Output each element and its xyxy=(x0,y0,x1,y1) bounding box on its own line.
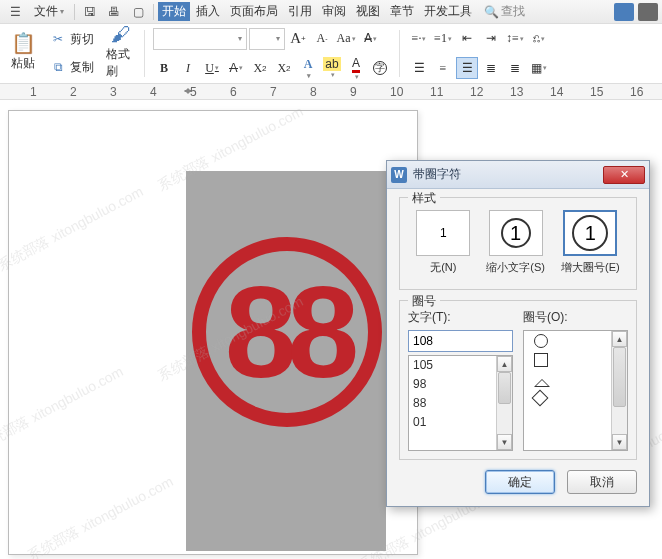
save-icon[interactable]: 🖫 xyxy=(79,2,101,22)
tab-start[interactable]: 开始 xyxy=(158,2,190,21)
right-addon-icons xyxy=(614,3,658,21)
ruler-tick: 1 xyxy=(30,85,37,99)
scroll-thumb[interactable] xyxy=(498,372,511,404)
superscript-button[interactable]: X2 xyxy=(249,57,271,79)
scroll-up-icon[interactable]: ▲ xyxy=(612,331,627,347)
bold-button[interactable]: B xyxy=(153,57,175,79)
circle-icon xyxy=(534,334,548,348)
numbering-button[interactable]: ≡1 xyxy=(432,28,454,50)
decrease-font-button[interactable]: A- xyxy=(311,28,333,50)
increase-font-button[interactable]: A+ xyxy=(287,28,309,50)
highlight-button[interactable]: ab xyxy=(321,57,343,79)
copy-label: 复制 xyxy=(70,59,94,76)
align-left-button[interactable]: ☰ xyxy=(408,57,430,79)
scroll-down-icon[interactable]: ▼ xyxy=(497,434,512,450)
style-shrink[interactable]: 1 xyxy=(489,210,543,256)
paste-button[interactable]: 📋 粘贴 xyxy=(8,26,38,76)
style-none[interactable]: 1 xyxy=(416,210,470,256)
shape-diamond[interactable] xyxy=(524,388,611,407)
align-right-button[interactable]: ☰ xyxy=(456,57,478,79)
style-group: 样式 1 无(N) 1 缩小文字(S) 1 增大圈号(E) xyxy=(399,197,637,290)
list-item[interactable]: 98 xyxy=(409,375,496,394)
print-icon[interactable]: 🖶 xyxy=(103,2,125,22)
cut-label: 剪切 xyxy=(70,31,94,48)
cut-button[interactable]: ✂剪切 xyxy=(50,26,94,52)
ring-group-label: 圈号 xyxy=(408,293,440,310)
text-input[interactable] xyxy=(408,330,513,352)
scrollbar[interactable]: ▲ ▼ xyxy=(496,356,512,450)
tab-chapter[interactable]: 章节 xyxy=(386,2,418,21)
style-shrink-label: 缩小文字(S) xyxy=(486,260,545,275)
shape-triangle[interactable] xyxy=(524,369,611,388)
print-preview-icon[interactable]: ▢ xyxy=(127,2,149,22)
hamburger-icon[interactable]: ☰ xyxy=(4,2,26,22)
ruler-tick: 9 xyxy=(350,85,357,99)
text-options-listbox[interactable]: 105 98 88 01 ▲ ▼ xyxy=(408,355,513,451)
ruler-tick: 14 xyxy=(550,85,563,99)
distribute-button[interactable]: ≣ xyxy=(504,57,526,79)
font-name-select[interactable] xyxy=(153,28,247,50)
list-item[interactable]: 01 xyxy=(409,413,496,432)
ruler-tick: 5 xyxy=(190,85,197,99)
shading-button[interactable]: ▦ xyxy=(528,57,550,79)
strikethrough-button[interactable]: A xyxy=(225,57,247,79)
tab-devtools[interactable]: 开发工具 xyxy=(420,2,476,21)
search-icon: 🔍 xyxy=(484,5,499,19)
scroll-up-icon[interactable]: ▲ xyxy=(497,356,512,372)
ring-group: 圈号 文字(T): 105 98 88 01 ▲ xyxy=(399,300,637,460)
file-menu[interactable]: 文件 xyxy=(28,2,70,22)
dialog-title-bar[interactable]: W 带圈字符 ✕ xyxy=(387,161,649,189)
increase-indent-button[interactable]: ⇥ xyxy=(480,28,502,50)
font-size-select[interactable] xyxy=(249,28,285,50)
ruler-tick: 12 xyxy=(470,85,483,99)
addon-icon-1[interactable] xyxy=(614,3,634,21)
sort-button[interactable]: ⎌ xyxy=(528,28,550,50)
scroll-thumb[interactable] xyxy=(613,347,626,407)
triangle-icon xyxy=(534,369,550,389)
text-effects-button[interactable]: A xyxy=(297,57,319,79)
page: 88 xyxy=(8,110,418,555)
tab-reference[interactable]: 引用 xyxy=(284,2,316,21)
ruler-tick: 15 xyxy=(590,85,603,99)
list-item[interactable]: 88 xyxy=(409,394,496,413)
copy-button[interactable]: ⧉复制 xyxy=(50,54,94,80)
tab-view[interactable]: 视图 xyxy=(352,2,384,21)
addon-icon-2[interactable] xyxy=(638,3,658,21)
dialog-title: 带圈字符 xyxy=(413,166,603,183)
subscript-button[interactable]: X2 xyxy=(273,57,295,79)
decrease-indent-button[interactable]: ⇤ xyxy=(456,28,478,50)
style-enlarge[interactable]: 1 xyxy=(563,210,617,256)
shape-square[interactable] xyxy=(524,350,611,369)
shape-circle[interactable] xyxy=(524,331,611,350)
tab-review[interactable]: 审阅 xyxy=(318,2,350,21)
ruler-tick: 11 xyxy=(430,85,443,99)
cancel-button[interactable]: 取消 xyxy=(567,470,637,494)
search-box[interactable]: 🔍 查找 xyxy=(484,3,525,20)
change-case-button[interactable]: Aa xyxy=(335,28,357,50)
ruler-tick: 3 xyxy=(110,85,117,99)
ruler-tick: 6 xyxy=(230,85,237,99)
enclose-char-button[interactable]: 字 xyxy=(369,57,391,79)
ruler-tick: 2 xyxy=(70,85,77,99)
scroll-down-icon[interactable]: ▼ xyxy=(612,434,627,450)
tab-insert[interactable]: 插入 xyxy=(192,2,224,21)
underline-button[interactable]: U xyxy=(201,57,223,79)
font-color-button[interactable]: A xyxy=(345,57,367,79)
clear-format-button[interactable]: A̶ xyxy=(359,28,381,50)
align-justify-button[interactable]: ≣ xyxy=(480,57,502,79)
tab-layout[interactable]: 页面布局 xyxy=(226,2,282,21)
italic-button[interactable]: I xyxy=(177,57,199,79)
bullets-button[interactable]: ≡· xyxy=(408,28,430,50)
clipboard-icon: 📋 xyxy=(11,31,36,55)
line-spacing-button[interactable]: ↕≡ xyxy=(504,28,526,50)
align-center-button[interactable]: ≡ xyxy=(432,57,454,79)
style-none-label: 无(N) xyxy=(430,260,456,275)
list-item[interactable]: 105 xyxy=(409,356,496,375)
text-frame[interactable]: 88 xyxy=(186,171,386,551)
ruler-tick: 7 xyxy=(270,85,277,99)
ring-shape-listbox[interactable]: ▲ ▼ xyxy=(523,330,628,451)
ok-button[interactable]: 确定 xyxy=(485,470,555,494)
close-button[interactable]: ✕ xyxy=(603,166,645,184)
scrollbar[interactable]: ▲ ▼ xyxy=(611,331,627,450)
format-painter-button[interactable]: 🖌 格式刷 xyxy=(106,26,136,76)
